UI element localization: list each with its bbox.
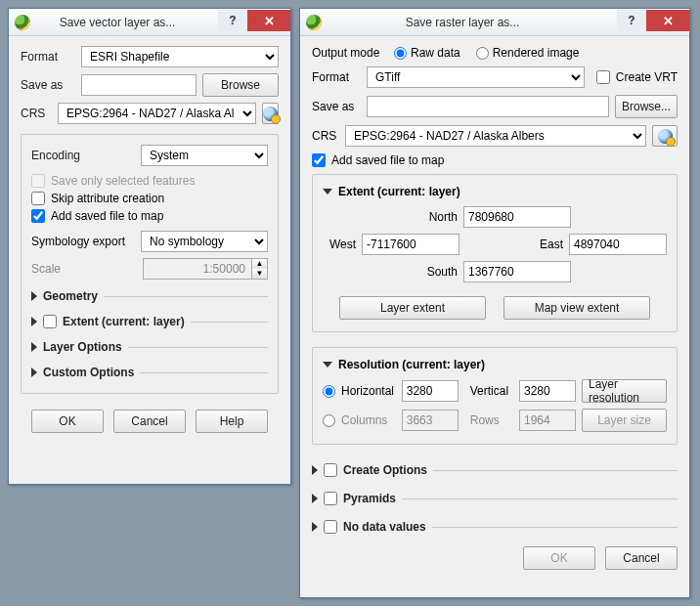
scale-label: Scale <box>31 262 137 276</box>
pyramids-toggle[interactable]: Pyramids <box>312 492 678 505</box>
saveas-label: Save as <box>21 78 75 92</box>
vertical-label: Vertical <box>470 384 513 398</box>
columns-radio[interactable] <box>323 414 335 427</box>
create-options-toggle[interactable]: Create Options <box>312 463 678 477</box>
browse-button[interactable]: Browse <box>202 73 279 97</box>
resolution-toggle[interactable]: Resolution (current: layer) <box>323 356 667 373</box>
app-icon <box>15 15 30 30</box>
globe-icon <box>263 107 278 121</box>
nodata-toggle[interactable]: No data values <box>312 520 678 534</box>
cancel-button[interactable]: Cancel <box>605 546 678 570</box>
north-input[interactable] <box>463 206 571 228</box>
geometry-section-toggle[interactable]: Geometry <box>31 289 268 303</box>
encoding-select[interactable]: System <box>141 145 268 166</box>
encoding-label: Encoding <box>31 149 135 162</box>
layer-resolution-button[interactable]: Layer resolution <box>582 379 667 403</box>
chevron-right-icon <box>31 342 37 352</box>
raw-data-radio[interactable]: Raw data <box>394 46 460 60</box>
layer-options-toggle[interactable]: Layer Options <box>31 340 268 354</box>
pyramids-checkbox[interactable] <box>324 492 337 505</box>
save-selected-checkbox: Save only selected features <box>31 174 268 188</box>
help-titlebar-button[interactable]: ? <box>218 10 247 31</box>
symbology-select[interactable]: No symbology <box>141 231 268 252</box>
south-input[interactable] <box>463 261 571 282</box>
format-select[interactable]: GTiff <box>367 66 585 88</box>
cancel-button[interactable]: Cancel <box>113 410 186 433</box>
browse-button[interactable]: Browse... <box>615 95 678 118</box>
create-options-checkbox[interactable] <box>324 463 337 477</box>
rendered-image-radio[interactable]: Rendered image <box>476 46 580 60</box>
map-view-extent-button[interactable]: Map view extent <box>503 296 650 320</box>
titlebar: Save raster layer as... ? ✕ <box>300 9 689 36</box>
extent-section: Extent (current: layer) North West East … <box>312 174 678 332</box>
custom-options-toggle[interactable]: Custom Options <box>31 366 268 379</box>
extent-section-toggle[interactable]: Extent (current: layer) <box>31 315 268 328</box>
rows-label: Rows <box>470 413 513 427</box>
crs-picker-button[interactable] <box>262 103 279 124</box>
chevron-down-icon <box>323 189 332 195</box>
globe-icon <box>658 129 673 144</box>
crs-select[interactable]: EPSG:2964 - NAD27 / Alaska Al <box>58 103 256 124</box>
titlebar: Save vector layer as... ? ✕ <box>9 9 290 36</box>
output-mode-label: Output mode <box>312 46 388 60</box>
chevron-right-icon <box>31 291 37 301</box>
saveas-label: Save as <box>312 100 361 113</box>
saveas-input[interactable] <box>81 74 197 96</box>
window-title: Save raster layer as... <box>328 16 617 29</box>
scale-spinner[interactable]: ▲▼ <box>143 258 268 280</box>
horizontal-label: Horizontal <box>341 384 396 398</box>
extent-checkbox[interactable] <box>43 315 57 328</box>
close-button[interactable]: ✕ <box>247 10 290 31</box>
saveas-input[interactable] <box>367 96 609 117</box>
skip-attr-checkbox[interactable]: Skip attribute creation <box>31 192 268 205</box>
chevron-right-icon <box>31 317 37 326</box>
save-vector-dialog: Save vector layer as... ? ✕ Format ESRI … <box>8 8 291 485</box>
symbology-label: Symbology export <box>31 235 135 248</box>
crs-picker-button[interactable] <box>652 125 678 147</box>
close-button[interactable]: ✕ <box>646 10 689 31</box>
format-label: Format <box>21 50 75 64</box>
window-title: Save vector layer as... <box>36 16 218 29</box>
scale-input <box>143 258 252 280</box>
app-icon <box>306 15 322 30</box>
east-label: East <box>540 238 563 251</box>
nodata-checkbox[interactable] <box>324 520 337 534</box>
extent-toggle[interactable]: Extent (current: layer) <box>323 183 667 200</box>
chevron-right-icon <box>31 368 37 377</box>
west-input[interactable] <box>362 234 459 255</box>
add-saved-checkbox[interactable]: Add saved file to map <box>312 153 678 167</box>
east-input[interactable] <box>569 234 667 255</box>
help-button[interactable]: Help <box>196 410 268 433</box>
horizontal-radio[interactable] <box>323 385 335 398</box>
ok-button[interactable]: OK <box>523 546 595 570</box>
options-group: Encoding System Save only selected featu… <box>21 134 279 394</box>
format-select[interactable]: ESRI Shapefile <box>81 46 279 67</box>
create-vrt-checkbox[interactable]: Create VRT <box>596 70 678 84</box>
help-titlebar-button[interactable]: ? <box>617 10 646 31</box>
layer-extent-button[interactable]: Layer extent <box>339 296 486 320</box>
west-label: West <box>323 238 356 251</box>
vertical-input[interactable] <box>519 380 576 402</box>
south-label: South <box>418 265 458 279</box>
add-saved-checkbox[interactable]: Add saved file to map <box>31 209 268 223</box>
chevron-right-icon <box>312 522 318 532</box>
columns-label: Columns <box>341 413 396 427</box>
format-label: Format <box>312 70 361 84</box>
save-raster-dialog: Save raster layer as... ? ✕ Output mode … <box>299 8 690 598</box>
horizontal-input[interactable] <box>402 380 459 402</box>
layer-size-button: Layer size <box>582 409 667 432</box>
chevron-down-icon <box>323 362 332 368</box>
columns-input <box>402 410 459 431</box>
chevron-right-icon <box>312 494 318 503</box>
crs-label: CRS <box>312 129 339 143</box>
ok-button[interactable]: OK <box>31 410 104 433</box>
chevron-right-icon <box>312 465 318 475</box>
resolution-section: Resolution (current: layer) Horizontal V… <box>312 347 678 445</box>
crs-label: CRS <box>21 107 52 120</box>
crs-select[interactable]: EPSG:2964 - NAD27 / Alaska Albers <box>345 125 646 147</box>
north-label: North <box>418 210 458 224</box>
rows-input <box>519 410 576 431</box>
